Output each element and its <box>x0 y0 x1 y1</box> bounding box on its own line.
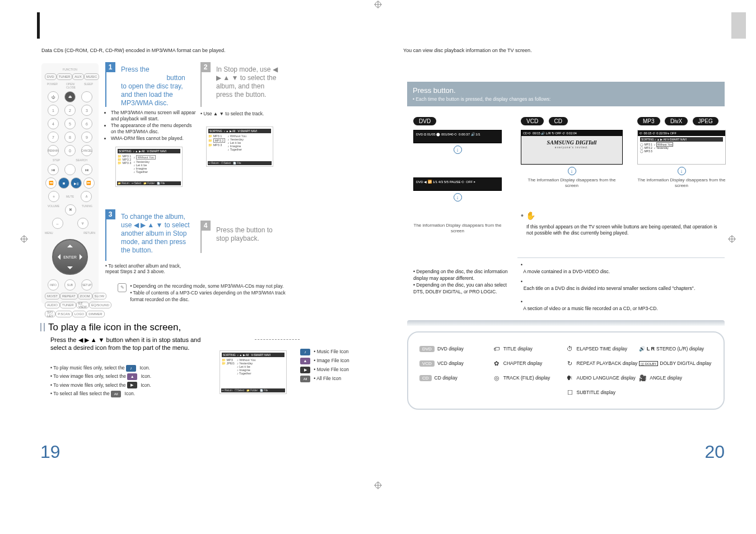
glossary-item: 🔊 L RSTEREO (L/R) display <box>639 345 712 353</box>
glossary-item: VCDVCD display <box>419 359 493 367</box>
step-number: 4 <box>200 221 211 231</box>
caption: The information Display disappears from … <box>413 223 502 235</box>
music-file-icon: ♪ <box>300 349 310 355</box>
menu-thumb: SORTING ♪ ▲ ▶ All V-SMART NAVI 📁 MP3 1📁 … <box>115 147 183 187</box>
icon-legend: ♪ • Music File Icon ▲ • Image File Icon … <box>300 347 349 383</box>
intro-right: You can view disc playback information o… <box>403 48 532 53</box>
term-track: • A section of video or a music file rec… <box>521 299 722 312</box>
divider <box>407 320 725 326</box>
step-number: 3 <box>105 209 115 219</box>
cd-pill: CD <box>549 117 568 125</box>
info-sub: • Each time the button is pressed, the d… <box>413 96 719 102</box>
glossary-item: ↻REPEAT PLAYBACK display <box>566 359 640 367</box>
dvd-osd-2: DVD ◀ 🔁 1/1 4/3 5/5 PAUSE ⏲ OFF ▶ <box>413 177 502 191</box>
vcd-cd-group: VCD CD CD ⏲ 00/15 🔊 L/R ↻ OFF ⏱ 0:02:04 … <box>521 115 623 189</box>
step-1: 1 Press the OPEN/CLOSE button to open th… <box>105 63 195 107</box>
glossary-item: ☐SUBTITLE display <box>566 388 640 396</box>
down-arrow-icon: ↓ <box>454 193 462 202</box>
remote-control-image: FUNCTION DVDTUNERAUXMUSIC POWEROPEN/CLOS… <box>41 63 99 304</box>
jpeg-pill: JPEG <box>693 117 718 125</box>
step-2: 2 In Stop mode, use ◀ ▶ ▲ ▼ to select th… <box>200 63 286 107</box>
down-arrow-icon: ↓ <box>568 167 576 175</box>
glossary-item <box>419 388 493 396</box>
notes: ✎ • Depending on the recording mode, som… <box>118 283 291 303</box>
symbol-note: • ✋ If this symbol appears on the TV scr… <box>521 210 722 237</box>
down-arrow-icon: ↓ <box>678 167 686 175</box>
mp3-osd: ⏲ 00:15 ⏱ 0:22:59 ↻ OFF SORTING ♪ ▲ ▶ Al… <box>637 130 726 165</box>
dvd-pill: DVD <box>413 117 436 125</box>
crop-mark <box>728 235 736 243</box>
arrow-line <box>255 339 300 340</box>
divider <box>372 12 376 39</box>
section-title: To play a file icon in the screen, <box>40 322 181 333</box>
glossary-item <box>493 388 566 396</box>
caption: The information Display disappears from … <box>521 177 623 189</box>
term-chapter: • Each title on a DVD disc is divided in… <box>521 279 722 292</box>
glossary-item <box>639 388 712 396</box>
section-body: Press the ◀ ▶ ▲ ▼ button when it is in s… <box>50 336 207 352</box>
movie-file-icon: ▶ <box>300 367 310 373</box>
mp3-pill: MP3 <box>637 117 660 125</box>
glossary-item: ◎TRACK (FILE) display <box>493 374 566 382</box>
movie-file-icon: ▶ <box>127 382 137 388</box>
vcd-pill: VCD <box>521 117 544 125</box>
dvd-group: DVD DVD ◘ 01/05 ⬤ 001/040 ⏲ 0:00:37 🔊 1/… <box>413 115 502 235</box>
bars-icon <box>40 323 45 331</box>
menu-thumb: SORTING ♪ ▲ ▶ All V-SMART NAVI 📁 MP3📁 JP… <box>220 350 287 394</box>
all-file-icon: All <box>111 391 121 397</box>
glossary-item: 🏷TITLE display <box>493 345 566 353</box>
dvd-osd-1: DVD ◘ 01/05 ⬤ 001/040 ⏲ 0:00:37 🔊 1/1 <box>413 130 502 143</box>
step-4: 4 Press the button to stop playback. <box>200 222 286 253</box>
page-number: 20 <box>704 442 725 462</box>
image-file-icon: ▲ <box>300 358 310 364</box>
dep-notes: • Depending on the disc, the disc inform… <box>413 269 508 296</box>
step-number: 1 <box>105 62 115 72</box>
glossary-item: 🗣AUDIO LANGUAGE display <box>566 374 640 382</box>
vcd-osd: CD ⏲ 00/15 🔊 L/R ↻ OFF ⏱ 0:02:04 SAMSUNG… <box>521 130 623 165</box>
step-head: In Stop mode, use ◀ ▶ ▲ ▼ to select the … <box>202 63 286 101</box>
display-glossary: DVDDVD display🏷TITLE display⏱ELAPSED TIM… <box>407 331 725 410</box>
glossary-item: DVDDVD display <box>419 345 493 353</box>
file-icon-bullets: • To play music files only, select the ♪… <box>50 364 151 398</box>
term-title: • A movie contained in a DVD-VIDEO disc. <box>521 262 722 275</box>
image-file-icon: ▲ <box>127 373 137 380</box>
tab-bar-gray <box>731 12 746 39</box>
step-1-bullets: The MP3/WMA menu screen will appear and … <box>103 110 200 142</box>
crop-mark <box>20 235 28 243</box>
glossary-item: ▯▯ DOLBYDOLBY DIGITAL display <box>639 359 712 367</box>
step-3-bullet: • To select another album and track, rep… <box>105 263 194 274</box>
intro-left: Data CDs (CD-ROM, CD-R, CD-RW) encoded i… <box>41 48 225 53</box>
step-head: Press the OPEN/CLOSE button to open the … <box>106 63 195 110</box>
crop-mark <box>374 1 382 8</box>
mp3-group: MP3 DivX JPEG ⏲ 00:15 ⏱ 0:22:59 ↻ OFF SO… <box>637 115 726 189</box>
down-arrow-icon: ↓ <box>454 146 462 154</box>
info-button-bar: Press button. • Each time the button is … <box>407 82 725 106</box>
music-file-icon: ♪ <box>126 365 136 372</box>
step-2-bullet: • Use ▲ ▼ to select the track. <box>200 111 264 116</box>
menu-thumb: SORTING ♪ ▲ ▶ All V-SMART NAVI 📁 MP3 1📁 … <box>206 127 273 167</box>
crop-mark <box>374 481 382 489</box>
info-title: Press button. <box>413 86 456 95</box>
glossary-item: CDCD display <box>419 374 493 382</box>
page: Data CDs (CD-ROM, CD-R, CD-RW) encoded i… <box>0 0 756 534</box>
step-3: 3 To change the album, use ◀ ▶ ▲ ▼ to se… <box>105 210 195 261</box>
tab-bar <box>37 12 40 39</box>
note-icon: ✎ <box>118 283 127 292</box>
step-head: Press the button to stop playback. <box>202 222 286 245</box>
step-head: To change the album, use ◀ ▶ ▲ ▼ to sele… <box>106 210 195 257</box>
divx-pill: DivX <box>665 117 688 125</box>
glossary-item: 🎥ANGLE display <box>639 374 712 382</box>
caption: The information Display disappears from … <box>637 177 726 189</box>
all-file-icon: All <box>300 376 310 382</box>
step-number: 2 <box>200 62 211 72</box>
glossary-item: ⏱ELAPSED TIME display <box>566 345 640 353</box>
page-number: 19 <box>40 442 60 462</box>
glossary-item: ✿CHAPTER display <box>493 359 566 367</box>
divider <box>517 257 725 258</box>
